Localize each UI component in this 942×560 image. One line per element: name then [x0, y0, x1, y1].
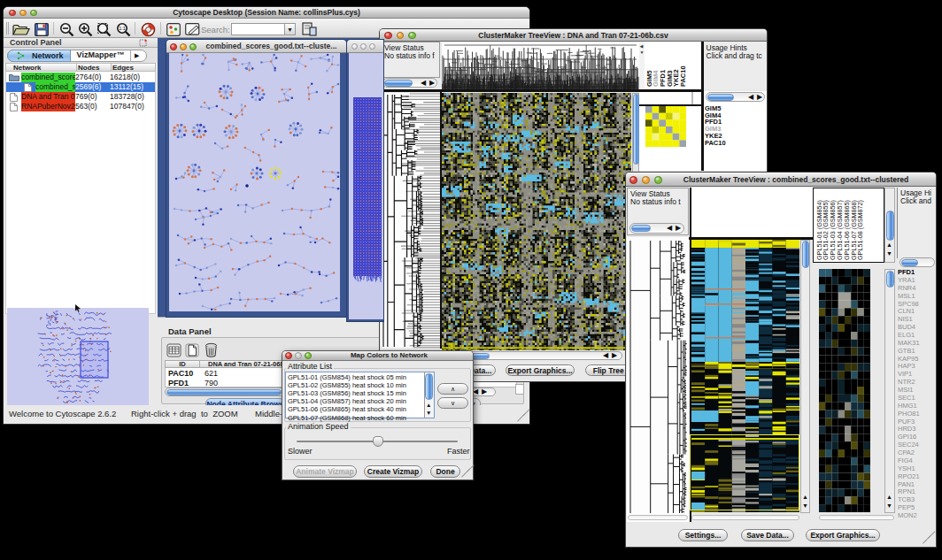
svg-text:1:1: 1:1 — [119, 26, 126, 31]
